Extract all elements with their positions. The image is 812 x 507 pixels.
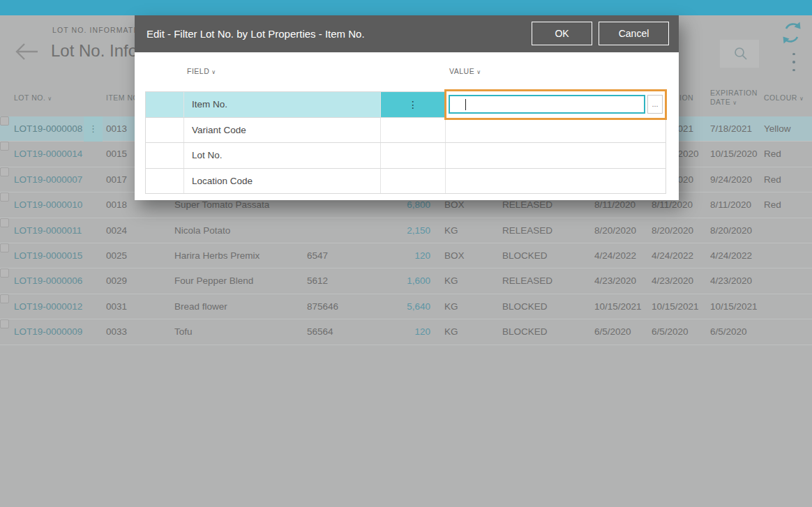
status-cell: RELEASED: [502, 268, 565, 294]
lot-no-link[interactable]: LOT19-0000009: [14, 319, 85, 345]
blocked-checkbox[interactable]: [0, 243, 9, 252]
colour-cell: Red: [764, 192, 809, 218]
colour-cell: Red: [764, 142, 809, 167]
ok-button[interactable]: OK: [532, 22, 592, 45]
quantity-link[interactable]: 5,640: [359, 294, 430, 319]
field-name-cell[interactable]: Item No.: [184, 92, 381, 117]
item-no-filter-input[interactable]: [449, 95, 645, 114]
description-cell: Bread flower: [174, 294, 304, 319]
item-no-cell: 0029: [106, 268, 169, 294]
page-title: Lot No. Infor: [51, 41, 143, 61]
assist-menu-cell[interactable]: ⋮: [381, 92, 446, 117]
value-cell[interactable]: [446, 169, 666, 194]
date-cell-2: 8/20/2020: [652, 218, 707, 243]
dialog-body: FIELD∨ VALUE∨ Item No. ⋮ ... Variant Cod…: [135, 52, 679, 200]
lot-no-link[interactable]: LOT19-0000015: [14, 243, 85, 268]
status-cell: RELEASED: [502, 218, 565, 243]
focus-ring: ...: [444, 89, 667, 120]
description-cell: Harira Herbs Premix: [174, 243, 304, 268]
lot-no-link[interactable]: LOT19-0000014: [14, 142, 85, 167]
status-cell: BLOCKED: [502, 319, 565, 345]
table-row[interactable]: LOT19-0000015 ⋮ 0025 Harira Herbs Premix…: [0, 243, 812, 268]
expiration-date-cell: 7/18/2021: [710, 116, 762, 142]
filter-row[interactable]: Item No. ⋮ ...: [146, 92, 666, 118]
filter-dialog: Edit - Filter Lot No. by Lot Properties …: [135, 15, 679, 200]
table-row[interactable]: LOT19-0000006 ⋮ 0029 Four Pepper Blend 5…: [0, 268, 812, 294]
field-column-header[interactable]: FIELD∨: [187, 67, 216, 75]
dialog-title: Edit - Filter Lot No. by Lot Properties …: [146, 15, 365, 52]
uom-cell: KG: [444, 294, 493, 319]
row-selector-cell[interactable]: [146, 169, 184, 194]
quantity-link[interactable]: 2,150: [359, 218, 430, 243]
table-row[interactable]: LOT19-0000011 ⋮ 0024 Nicola Potato 2,150…: [0, 218, 812, 243]
row-selector-cell[interactable]: [146, 92, 184, 117]
row-options-icon[interactable]: ⋮: [84, 116, 103, 142]
item-no-cell: 0024: [106, 218, 169, 243]
lot-no-link[interactable]: LOT19-0000006: [14, 268, 85, 294]
field-name-cell[interactable]: Lot No.: [184, 143, 381, 168]
blocked-checkbox[interactable]: [0, 167, 9, 176]
value-cell[interactable]: [446, 143, 666, 168]
value-cell[interactable]: [446, 118, 666, 143]
assist-menu-cell[interactable]: [381, 169, 446, 194]
table-row[interactable]: LOT19-0000009 ⋮ 0033 Tofu 56564 120 KG B…: [0, 319, 812, 345]
expiration-date-cell: 6/5/2020: [710, 319, 762, 345]
date-cell-2: 4/24/2022: [652, 243, 707, 268]
lot-no-link[interactable]: LOT19-0000007: [14, 167, 85, 192]
value-cell[interactable]: ...: [446, 92, 666, 117]
filter-row[interactable]: Location Code: [146, 169, 666, 195]
lot-no-link[interactable]: LOT19-0000011: [14, 218, 85, 243]
field-name-cell[interactable]: Location Code: [184, 169, 381, 194]
chevron-down-icon: ∨: [799, 96, 804, 102]
filter-table: Item No. ⋮ ... Variant Code Lot No.: [145, 91, 666, 194]
quantity-link[interactable]: 120: [359, 243, 430, 268]
date-cell-1: 4/24/2022: [594, 243, 650, 268]
item-no-cell: 0031: [106, 294, 169, 319]
row-selector-cell[interactable]: [146, 143, 184, 168]
blocked-checkbox[interactable]: [0, 218, 9, 227]
quantity-link[interactable]: 1,600: [359, 268, 430, 294]
filter-row[interactable]: Lot No.: [146, 143, 666, 169]
blocked-checkbox[interactable]: [0, 294, 9, 303]
refresh-icon[interactable]: [779, 20, 805, 45]
field-name-cell[interactable]: Variant Code: [184, 118, 381, 143]
back-arrow-icon[interactable]: [13, 40, 40, 63]
blocked-checkbox[interactable]: [0, 268, 9, 278]
top-app-bar: [0, 0, 812, 15]
more-options-icon[interactable]: [790, 53, 797, 71]
col-header-colour[interactable]: COLOUR∨: [764, 93, 804, 102]
colour-cell: [764, 268, 809, 294]
col-header-expiration-date[interactable]: EXPIRATION DATE∨: [710, 89, 758, 107]
uom-cell: KG: [444, 319, 493, 345]
col-header-lot-no[interactable]: LOT NO.∨: [14, 93, 52, 102]
lookup-button[interactable]: ...: [647, 95, 663, 114]
expiration-date-cell: 9/24/2020: [710, 167, 762, 192]
col-header-hidden-fragment: ION: [679, 93, 693, 102]
blocked-checkbox[interactable]: [0, 142, 9, 151]
quantity-link[interactable]: 120: [359, 319, 430, 345]
expiration-date-cell: 8/11/2020: [710, 192, 762, 218]
lot-no-link[interactable]: LOT19-0000010: [14, 192, 85, 218]
item-no-cell: 0025: [106, 243, 169, 268]
value-column-header[interactable]: VALUE∨: [449, 67, 481, 75]
cancel-button[interactable]: Cancel: [599, 22, 669, 45]
table-row[interactable]: LOT19-0000012 ⋮ 0031 Bread flower 875646…: [0, 294, 812, 319]
description-cell: Nicola Potato: [174, 218, 304, 243]
row-selector-cell[interactable]: [146, 118, 184, 143]
date-cell-1: 8/20/2020: [594, 218, 650, 243]
blocked-checkbox[interactable]: [0, 319, 9, 328]
search-icon[interactable]: [732, 45, 749, 62]
row-options-icon[interactable]: ⋮: [408, 99, 418, 110]
assist-menu-cell[interactable]: [381, 118, 446, 143]
assist-menu-cell[interactable]: [381, 143, 446, 168]
filter-row[interactable]: Variant Code: [146, 118, 666, 144]
lot-no-link[interactable]: LOT19-0000008: [14, 116, 85, 142]
chevron-down-icon: ∨: [732, 100, 737, 106]
colour-cell: [764, 294, 809, 319]
blocked-checkbox[interactable]: [0, 192, 9, 202]
status-cell: BLOCKED: [502, 243, 565, 268]
text-caret: [465, 99, 466, 110]
date-cell-1: 4/23/2020: [594, 268, 650, 294]
lot-no-link[interactable]: LOT19-0000012: [14, 294, 85, 319]
blocked-checkbox[interactable]: [0, 116, 9, 126]
